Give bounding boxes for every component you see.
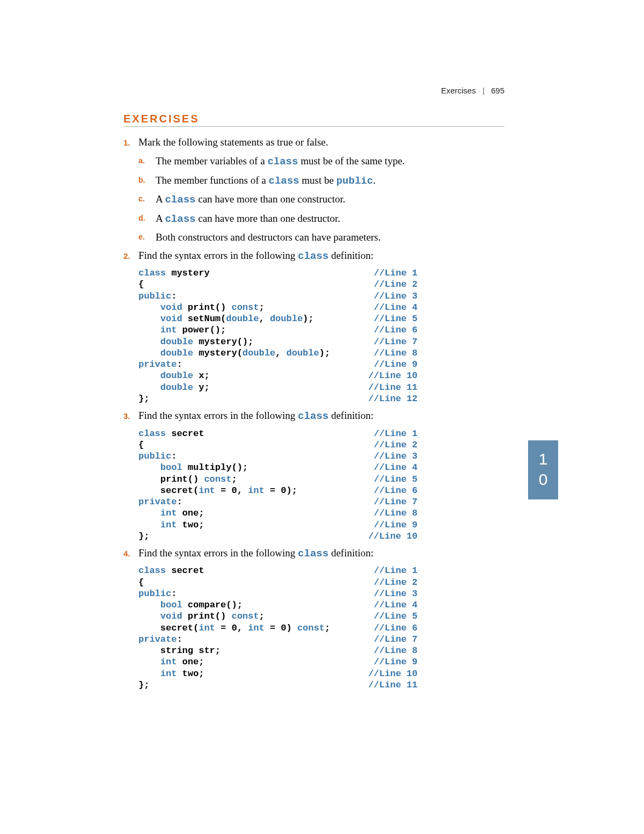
code-comment: //Line 7: [374, 496, 418, 507]
chapter-tab-bottom: 0: [528, 469, 558, 490]
code-comment: //Line 8: [374, 645, 418, 656]
sub-list: a.The member variables of a class must b…: [138, 153, 504, 245]
code-comment: //Line 4: [374, 599, 418, 611]
code-comment: //Line 9: [374, 359, 418, 370]
question-body: Find the syntax errors in the following …: [138, 248, 504, 405]
code-comment: //Line 1: [374, 267, 418, 279]
sub-item: d.A class can have more than one destruc…: [138, 211, 504, 227]
sub-text: The member variables of a class must be …: [156, 153, 504, 170]
code-comment: //Line 8: [374, 347, 418, 359]
code-comment: //Line 4: [374, 302, 418, 313]
code-comment: //Line 3: [374, 451, 418, 462]
code-line: };//Line 10: [138, 531, 418, 542]
code-line: double x;//Line 10: [138, 370, 418, 381]
sub-letter: e.: [138, 229, 156, 245]
code-line: double y;//Line 11: [138, 382, 418, 393]
code-line: };//Line 11: [138, 679, 418, 691]
code-line: private://Line 7: [138, 634, 418, 645]
code-line: double mystery();//Line 7: [138, 336, 418, 347]
question-body: Find the syntax errors in the following …: [138, 545, 504, 692]
code-comment: //Line 2: [374, 439, 418, 451]
question: 2.Find the syntax errors in the followin…: [123, 248, 504, 405]
code-comment: //Line 9: [374, 656, 418, 668]
sub-letter: c.: [138, 191, 156, 208]
code-comment: //Line 10: [368, 668, 418, 679]
sub-text: A class can have more than one construct…: [156, 191, 504, 208]
code-block: class secret//Line 1{//Line 2public://Li…: [138, 565, 504, 691]
sub-letter: a.: [138, 153, 156, 170]
code-line: void setNum(double, double);//Line 5: [138, 313, 418, 324]
code-comment: //Line 6: [374, 485, 418, 496]
code-line: secret(int = 0, int = 0) const;//Line 6: [138, 622, 418, 634]
code-line: {//Line 2: [138, 577, 418, 588]
question: 4.Find the syntax errors in the followin…: [123, 545, 504, 692]
chapter-tab-top: 1: [528, 449, 558, 469]
header-sep: |: [482, 86, 485, 95]
code-comment: //Line 6: [374, 324, 418, 336]
code-line: class mystery//Line 1: [138, 267, 418, 279]
question-text: Find the syntax errors in the following …: [138, 545, 504, 562]
sub-text: The member functions of a class must be …: [156, 172, 504, 189]
code-line: print() const;//Line 5: [138, 474, 418, 485]
code-comment: //Line 2: [374, 577, 418, 588]
code-line: public://Line 3: [138, 588, 418, 599]
code-comment: //Line 6: [374, 622, 418, 634]
sub-item: a.The member variables of a class must b…: [138, 153, 504, 170]
code-line: int two;//Line 10: [138, 668, 418, 679]
code-comment: //Line 4: [374, 462, 418, 473]
chapter-tab: 1 0: [528, 440, 558, 499]
code-line: string str;//Line 8: [138, 645, 418, 656]
question: 1.Mark the following statements as true …: [123, 134, 504, 245]
header-page: 695: [491, 86, 504, 95]
code-comment: //Line 1: [374, 565, 418, 576]
sub-item: b.The member functions of a class must b…: [138, 172, 504, 189]
code-comment: //Line 5: [374, 611, 418, 622]
code-comment: //Line 10: [368, 531, 418, 542]
code-block: class mystery//Line 1{//Line 2public://L…: [138, 267, 504, 404]
code-line: {//Line 2: [138, 279, 418, 290]
code-line: public://Line 3: [138, 291, 418, 302]
code-comment: //Line 3: [374, 588, 418, 599]
question-number: 2.: [123, 248, 138, 405]
running-header: Exercises | 695: [441, 86, 504, 95]
code-comment: //Line 2: [374, 279, 418, 290]
sub-letter: d.: [138, 211, 156, 227]
question: 3.Find the syntax errors in the followin…: [123, 408, 504, 543]
sub-text: Both constructors and destructors can ha…: [156, 229, 504, 245]
code-line: secret(int = 0, int = 0);//Line 6: [138, 485, 418, 496]
sub-item: c.A class can have more than one constru…: [138, 191, 504, 208]
section-title: EXERCISES: [123, 113, 504, 127]
question-list: 1.Mark the following statements as true …: [123, 134, 504, 692]
code-line: private://Line 7: [138, 496, 418, 507]
code-line: int power();//Line 6: [138, 324, 418, 336]
code-line: class secret//Line 1: [138, 428, 418, 439]
code-line: };//Line 12: [138, 393, 418, 404]
code-line: void print() const;//Line 5: [138, 611, 418, 622]
code-line: private://Line 9: [138, 359, 418, 370]
question-text: Mark the following statements as true or…: [138, 134, 504, 150]
code-comment: //Line 3: [374, 291, 418, 302]
question-body: Mark the following statements as true or…: [138, 134, 504, 245]
code-comment: //Line 10: [368, 370, 418, 381]
question-text: Find the syntax errors in the following …: [138, 408, 504, 424]
code-line: {//Line 2: [138, 439, 418, 451]
code-line: int two;//Line 9: [138, 519, 418, 531]
question-body: Find the syntax errors in the following …: [138, 408, 504, 543]
page: Exercises | 695 EXERCISES 1.Mark the fol…: [0, 0, 644, 834]
code-line: bool compare();//Line 4: [138, 599, 418, 611]
code-comment: //Line 11: [368, 382, 418, 393]
question-number: 3.: [123, 408, 138, 543]
sub-letter: b.: [138, 172, 156, 189]
code-line: class secret//Line 1: [138, 565, 418, 576]
code-line: int one;//Line 9: [138, 656, 418, 668]
question-number: 1.: [123, 134, 138, 245]
code-comment: //Line 5: [374, 313, 418, 324]
sub-text: A class can have more than one destructo…: [156, 211, 504, 227]
header-section: Exercises: [441, 86, 476, 95]
code-line: bool multiply();//Line 4: [138, 462, 418, 473]
question-text: Find the syntax errors in the following …: [138, 248, 504, 264]
code-comment: //Line 12: [368, 393, 418, 404]
code-comment: //Line 11: [368, 679, 418, 691]
sub-item: e.Both constructors and destructors can …: [138, 229, 504, 245]
code-line: int one;//Line 8: [138, 507, 418, 519]
